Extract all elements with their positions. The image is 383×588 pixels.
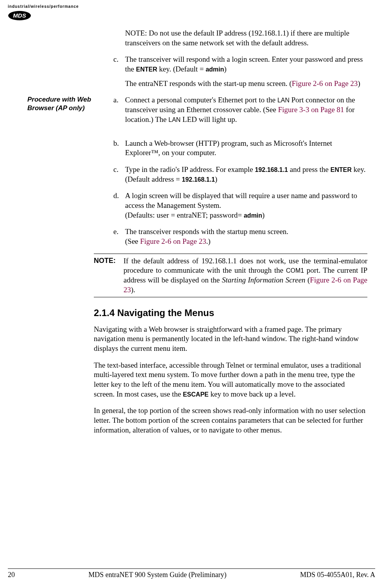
intro-note: NOTE: Do not use the default IP address … [125,29,367,48]
text: LED will light up. [181,115,237,123]
com1-port: COM1 [286,267,304,274]
step-a-connect: a. Connect a personal computer's Etherne… [113,95,367,124]
page-footer: 20 MDS entraNET 900 System Guide (Prelim… [8,568,375,579]
figure-ref-link[interactable]: Figure 2-6 on Page 23 [140,237,206,245]
text: ). [131,286,135,294]
note-box: NOTE: If the default address of 192.168.… [94,254,367,298]
text: The entraNET responds with the start-up … [125,79,292,88]
text: (Defaults: user = entraNET; password= [125,211,244,219]
text: A login screen will be displayed that wi… [125,191,357,209]
admin-default: admin [206,66,224,73]
text: ) [215,175,217,183]
text: Connect a personal computer's Ethernet p… [125,96,277,104]
screen-name: Starting Information Screen [222,276,306,284]
escape-key: ESCAPE [183,391,209,398]
text: (See [125,237,140,245]
text: ) [358,79,360,88]
ip-address: 192.168.1.1 [182,176,215,183]
side-heading-web-procedure: Procedure with Web Browser (AP only) [27,95,113,112]
list-marker: e. [113,227,125,246]
section-paragraph: In general, the top portion of the scree… [94,406,367,435]
enter-key: ENTER [330,166,351,173]
mds-logo: MDS [8,11,367,21]
note-label: NOTE: [94,256,123,295]
footer-doc-id: MDS 05-4055A01, Rev. A [300,570,375,579]
header-tagline: industrial/wireless/performance [8,4,367,9]
figure-ref-link[interactable]: Figure 2-6 on Page 23 [292,79,358,88]
admin-default: admin [244,212,262,219]
lan-label: LAN [168,116,181,123]
list-marker: a. [113,95,125,124]
step-b-launch-browser: b. Launch a Web-browser (HTTP) program, … [113,139,367,158]
section-heading: 2.1.4 Navigating the Menus [94,307,367,319]
text: ( [305,276,310,284]
step-e-startup-menu: e. The transceiver responds with the sta… [113,227,367,246]
list-marker: d. [113,191,125,220]
step-d-login-screen: d. A login screen will be displayed that… [113,191,367,220]
list-marker: c. [113,55,125,88]
text: .) [206,237,210,245]
ip-address: 192.168.1.1 [255,166,288,173]
text: ) [224,65,226,73]
enter-key: ENTER [136,66,157,73]
text: The transceiver responds with the startu… [125,227,288,236]
text: and press the [288,165,331,173]
list-marker: c. [113,165,125,184]
text: key. (Default = [157,65,206,73]
step-c-login: c. The transceiver will respond with a l… [113,55,367,88]
step-c-type-ip: c. Type in the radio's IP address. For e… [113,165,367,184]
section-paragraph: Navigating with a Web browser is straigh… [94,325,367,354]
footer-title: MDS entraNET 900 System Guide (Prelimina… [88,570,226,579]
text: Type in the radio's IP address. For exam… [125,165,255,173]
lan-label: LAN [277,97,290,104]
list-marker: b. [113,139,125,158]
svg-text:MDS: MDS [13,12,26,19]
section-paragraph: The text-based interface, accessible thr… [94,361,367,399]
figure-ref-link[interactable]: Figure 3-3 on Page 81 [278,105,344,114]
text: ) [262,211,265,219]
text: Launch a Web-browser (HTTP) program, suc… [125,139,367,158]
text: key to move back up a level. [209,390,296,398]
page-number: 20 [8,570,15,579]
